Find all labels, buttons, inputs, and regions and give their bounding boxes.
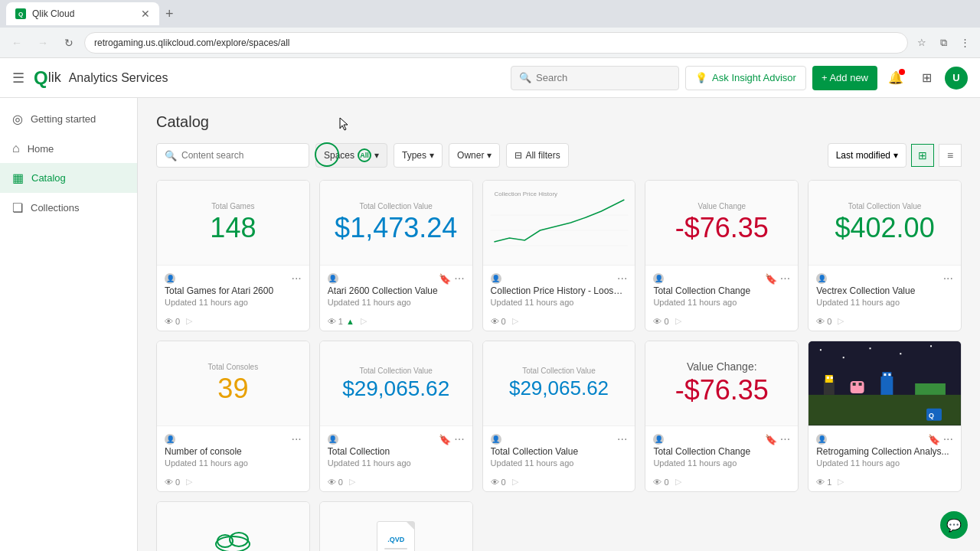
card-footer-total-collection-value: 👁 0 ▷ (483, 474, 635, 491)
add-new-btn[interactable]: + Add new (812, 66, 877, 90)
card-meta-num-console: Updated 11 hours ago (165, 458, 302, 468)
play-icon-7[interactable]: ▷ (349, 477, 355, 487)
tab-close-btn[interactable]: ✕ (141, 8, 150, 20)
card-total-games[interactable]: Total Games 148 👤 ··· Total Games for At… (156, 180, 310, 331)
spaces-badge: All (358, 148, 371, 162)
types-filter-btn[interactable]: Types ▾ (394, 143, 443, 168)
card-more-btn-6[interactable]: ··· (291, 432, 301, 446)
content-search-input[interactable] (181, 150, 301, 161)
svg-text:Q: Q (929, 412, 934, 419)
card-owner-avatar-5: 👤 (816, 273, 827, 284)
play-icon-6[interactable]: ▷ (186, 477, 192, 487)
grid-view-btn[interactable]: ⊞ (911, 144, 934, 167)
hamburger-menu-icon[interactable]: ☰ (12, 70, 24, 86)
card-retrogaming-analysis[interactable]: Q 👤 🔖 ··· Retrogaming Collection Analys.… (808, 341, 962, 492)
sidebar-item-getting-started[interactable]: ◎ Getting started (0, 104, 137, 134)
card-vectrex-value[interactable]: Total Collection Value $402.00 👤 ··· Vec… (808, 180, 962, 331)
forward-btn[interactable]: → (32, 32, 54, 54)
card-total-collection[interactable]: Total Collection Value $29,065.62 👤 🔖 ··… (319, 341, 473, 492)
play-icon-8[interactable]: ▷ (512, 477, 518, 487)
play-icon-3[interactable]: ▷ (512, 316, 518, 326)
content-search-box[interactable]: 🔍 (156, 143, 309, 168)
card-more-btn-9[interactable]: ··· (780, 432, 790, 446)
card-qvd-file[interactable]: .QVD 👤 ··· (319, 501, 473, 551)
collections-icon: ❏ (12, 201, 23, 215)
sidebar-item-home[interactable]: ⌂ Home (0, 134, 137, 163)
card-more-btn-10[interactable]: ··· (943, 432, 953, 446)
card-total-change[interactable]: Value Change: -$76.35 👤 🔖 ··· Total (645, 341, 799, 492)
svg-rect-7 (820, 349, 822, 350)
top-bar: ☰ Q lik Analytics Services 🔍 💡 Ask Insig… (0, 58, 980, 98)
card-title-collection-change: Total Collection Change (653, 285, 790, 296)
reload-btn[interactable]: ↻ (58, 32, 80, 54)
play-icon-4[interactable]: ▷ (675, 316, 681, 326)
card-more-btn-7[interactable]: ··· (454, 432, 464, 446)
card-more-btn-4[interactable]: ··· (780, 272, 790, 285)
bookmark-icon-4[interactable]: 🔖 (765, 273, 777, 285)
types-label: Types (402, 150, 426, 161)
new-tab-btn[interactable]: + (165, 6, 174, 22)
card-value-atari-value: $1,473.24 (335, 212, 457, 244)
bookmark-star-icon[interactable]: ☆ (913, 34, 931, 52)
card-atari-value[interactable]: Total Collection Value $1,473.24 👤 🔖 ··· (319, 180, 473, 331)
card-more-btn-2[interactable]: ··· (454, 272, 464, 285)
card-meta-collection-change: Updated 11 hours ago (653, 298, 790, 307)
play-icon-2[interactable]: ▷ (361, 316, 367, 326)
app: ☰ Q lik Analytics Services 🔍 💡 Ask Insig… (0, 58, 980, 551)
play-icon-5[interactable]: ▷ (838, 316, 844, 326)
global-search-input[interactable] (536, 72, 671, 83)
bookmark-icon-10[interactable]: 🔖 (928, 434, 940, 445)
view-controls: Last modified ▾ ⊞ ≡ (828, 143, 962, 168)
extensions-icon[interactable]: ⧉ (934, 34, 952, 52)
card-title-num-console: Number of console (165, 446, 302, 457)
svg-rect-14 (827, 377, 829, 379)
card-total-collection-value[interactable]: Total Collection Value $29,065.62 👤 ··· … (482, 341, 636, 492)
card-cloud-data[interactable]: 010101 👤 ··· Cloud Data Source Updated 1… (156, 501, 310, 551)
eye-icon-5: 👁 (816, 317, 825, 326)
card-footer-total-change: 👁 0 ▷ (645, 474, 798, 491)
card-meta-total-games: Updated 11 hours ago (165, 298, 302, 307)
card-meta-price-history: Updated 11 hours ago (491, 298, 628, 307)
bookmark-icon-7[interactable]: 🔖 (439, 434, 451, 445)
card-more-btn-1[interactable]: ··· (291, 272, 301, 285)
insight-advisor-btn[interactable]: 💡 Ask Insight Advisor (685, 66, 806, 90)
play-icon-9[interactable]: ▷ (675, 477, 681, 487)
card-meta-retrogaming: Updated 11 hours ago (816, 458, 953, 468)
owner-filter-btn[interactable]: Owner ▾ (449, 143, 500, 168)
play-icon-10[interactable]: ▷ (838, 477, 844, 487)
card-num-console[interactable]: Total Consoles 39 👤 ··· Number of consol… (156, 341, 310, 492)
bookmark-icon-9[interactable]: 🔖 (765, 434, 777, 445)
sidebar-label-collections: Collections (31, 202, 80, 214)
card-more-btn-3[interactable]: ··· (617, 272, 627, 285)
logo: Q lik Analytics Services (34, 67, 168, 89)
spaces-filter-btn[interactable]: Spaces All ▾ (315, 143, 387, 168)
card-views-2: 👁 1 (328, 317, 343, 326)
list-view-btn[interactable]: ≡ (939, 144, 962, 167)
browser-tab[interactable]: Q Qlik Cloud ✕ (6, 2, 159, 25)
back-btn[interactable]: ← (6, 32, 28, 54)
notifications-btn[interactable]: 🔔 (884, 66, 908, 90)
play-icon-1[interactable]: ▷ (186, 316, 192, 326)
card-owner-avatar-3: 👤 (491, 273, 501, 284)
sort-btn[interactable]: Last modified ▾ (828, 143, 906, 168)
card-more-btn-8[interactable]: ··· (617, 432, 627, 446)
sidebar-item-collections[interactable]: ❏ Collections (0, 193, 137, 223)
card-body-retrogaming: 👤 🔖 ··· Retrogaming Collection Analys...… (808, 425, 961, 474)
card-price-history[interactable]: Collection Price History 👤 ··· Collectio… (482, 180, 636, 331)
bookmark-icon-2[interactable]: 🔖 (439, 273, 451, 285)
card-body-collection-change: 👤 🔖 ··· Total Collection Change Updated … (645, 265, 798, 313)
all-filters-btn[interactable]: ⊟ All filters (506, 143, 568, 168)
chat-btn[interactable]: 💬 (940, 511, 968, 539)
svg-rect-8 (843, 357, 844, 358)
card-collection-change[interactable]: Value Change -$76.35 👤 🔖 ··· Total (645, 180, 799, 331)
sidebar-item-catalog[interactable]: ▦ Catalog (0, 163, 137, 193)
card-more-btn-5[interactable]: ··· (943, 272, 953, 285)
card-footer-total-collection: 👁 0 ▷ (320, 474, 472, 491)
user-avatar[interactable]: U (945, 67, 968, 90)
address-bar[interactable]: retrogaming.us.qlikcloud.com/explore/spa… (84, 32, 908, 54)
card-views-8: 👁 0 (491, 478, 506, 487)
settings-icon[interactable]: ⋮ (956, 34, 974, 52)
apps-grid-btn[interactable]: ⊞ (914, 66, 939, 90)
global-search-box[interactable]: 🔍 (511, 66, 679, 90)
card-preview-price-history: Collection Price History (483, 181, 635, 265)
